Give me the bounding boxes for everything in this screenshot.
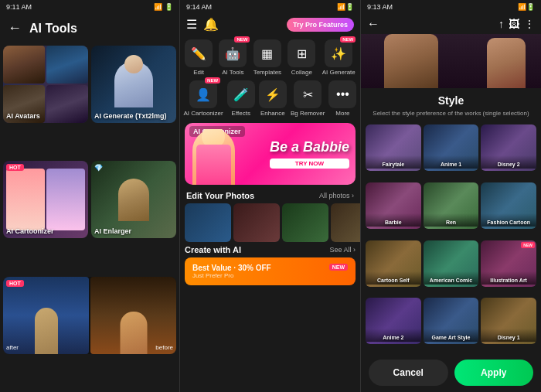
style-label: Cartoon Self <box>366 271 421 285</box>
cartoonizer-icon: 👤 NEW <box>189 80 217 108</box>
photo-thumb[interactable] <box>282 203 328 242</box>
toolbar-cartoonizer[interactable]: 👤 NEW AI Cartoonizer <box>184 80 223 117</box>
effects-icon: 🧪 <box>227 80 255 108</box>
toolbar-bg-remover[interactable]: ✂ Bg Remover <box>291 80 325 117</box>
panel-ai-tools: 9:11 AM 📶 🔋 ← AI Tools AI Avatars AI Gen… <box>0 0 180 392</box>
new-badge-banner: NEW <box>329 264 348 271</box>
style-label: Game Art Style <box>424 329 479 342</box>
panel3-topbar: ← ↑ 🖼 ⋮ <box>361 14 541 34</box>
style-item-fairytale[interactable]: Fairytale <box>366 124 421 171</box>
banner-text: Be a Babbie TRY NOW <box>270 139 349 169</box>
hot-badge: HOT <box>6 280 24 287</box>
style-item-cartoon-self[interactable]: Cartoon Self <box>366 240 421 287</box>
try-pro-button[interactable]: Try Pro Features <box>287 18 354 32</box>
banner-cta[interactable]: TRY NOW <box>270 159 349 169</box>
toolbar-ai-generate[interactable]: ✨ NEW AI Generate <box>322 39 356 76</box>
style-label: Fairytale <box>366 155 421 169</box>
style-grid: Fairytale Anime 1 Disney 2 Barbie Ren Fa… <box>361 124 541 353</box>
toolbar-edit-label: Edit <box>193 69 204 76</box>
panel1-header: ← AI Tools <box>0 14 179 43</box>
enhance-icon: ⚡ <box>259 80 287 108</box>
status-bar-2: 9:14 AM 📶🔋 <box>180 0 360 14</box>
style-label: Ren <box>424 213 479 227</box>
toolbar-effects-label: Effects <box>232 110 250 117</box>
hot-badge: HOT <box>6 164 24 171</box>
toolbar-more[interactable]: ••• More <box>328 80 356 117</box>
create-title: Create with AI <box>185 245 241 254</box>
bell-icon[interactable]: 🔔 <box>203 17 219 32</box>
style-item-disney1[interactable]: Disney 1 <box>481 298 536 344</box>
toolbar-ai-tools[interactable]: 🤖 NEW AI Tools <box>219 39 247 76</box>
back-arrow-3[interactable]: ← <box>367 17 379 31</box>
photos-title: Edit Your Photos <box>186 191 254 200</box>
new-badge: NEW <box>234 36 250 43</box>
toolbar-more-label: More <box>335 110 349 117</box>
menu-icon[interactable]: ☰ <box>186 17 197 32</box>
list-item[interactable]: HOT AI Cartoonizer <box>3 161 88 238</box>
toolbar-ai-gen-label: AI Generate <box>322 69 356 76</box>
status-bar-1: 9:11 AM 📶 🔋 <box>0 0 179 14</box>
style-subtitle: Select the style preference of the works… <box>369 110 533 117</box>
style-label: Fashion Cartoon <box>481 213 536 227</box>
time-3: 9:13 AM <box>367 3 393 11</box>
list-item[interactable]: 💎 AI Enlarger <box>91 161 176 238</box>
templates-icon: ▦ <box>253 39 281 67</box>
toolbar-cartoon-label: AI Cartoonizer <box>184 110 223 117</box>
toolbar-collage[interactable]: ⊞ Collage <box>288 39 315 76</box>
style-item-ren[interactable]: Ren <box>424 182 479 229</box>
style-item-barbie[interactable]: Barbie <box>366 182 421 229</box>
create-banner-sub: Just Prefer Pro <box>192 272 271 279</box>
photos-row <box>180 202 360 244</box>
style-item-american-comic[interactable]: American Comic <box>424 240 479 287</box>
grid-item-label: AI Generate (Txt2lmg) <box>94 112 167 120</box>
back-arrow-1[interactable]: ← <box>8 20 22 36</box>
list-item[interactable]: after before HOT <box>3 277 176 354</box>
style-item-anime2[interactable]: Anime 2 <box>366 298 421 344</box>
list-item[interactable]: AI Avatars <box>3 46 88 123</box>
toolbar-templates[interactable]: ▦ Templates <box>253 39 281 76</box>
style-item-fashion-cartoon[interactable]: Fashion Cartoon <box>481 182 536 229</box>
more-icon-p3[interactable]: ⋮ <box>524 18 535 30</box>
create-banner-info: Best Value · 30% OFF Just Prefer Pro <box>192 264 271 279</box>
all-photos-link[interactable]: All photos › <box>319 192 354 199</box>
panel1-title: AI Tools <box>29 22 77 36</box>
diamond-badge: 💎 <box>94 164 103 172</box>
new-badge-3: NEW <box>205 77 220 84</box>
toolbar-row-2: 👤 NEW AI Cartoonizer 🧪 Effects ⚡ Enhance… <box>180 77 360 120</box>
status-icons-3: 📶🔋 <box>518 3 535 11</box>
style-title: Style <box>369 94 533 107</box>
style-item-illustration[interactable]: NEW Illustration Art <box>481 240 536 287</box>
style-label: Disney 2 <box>481 155 536 169</box>
ai-cartoonizer-banner[interactable]: AI Cartoonizer Be a Babbie TRY NOW <box>185 123 356 185</box>
photo-thumb[interactable] <box>331 203 360 242</box>
photo-thumb[interactable] <box>233 203 280 242</box>
apply-button[interactable]: Apply <box>454 360 534 386</box>
ai-generate-icon: ✨ NEW <box>325 39 352 67</box>
see-all-link[interactable]: See All › <box>329 246 356 254</box>
grid-item-label: AI Avatars <box>6 112 40 120</box>
new-badge-style: NEW <box>521 242 535 248</box>
style-label: American Comic <box>424 271 479 285</box>
cancel-button[interactable]: Cancel <box>369 360 448 386</box>
style-item-anime1[interactable]: Anime 1 <box>424 124 479 171</box>
portrait-background <box>361 34 541 88</box>
style-item-game-art[interactable]: Game Art Style <box>424 298 479 344</box>
style-item-disney2[interactable]: Disney 2 <box>481 124 536 171</box>
toolbar-bg-label: Bg Remover <box>291 110 325 117</box>
toolbar-enhance-label: Enhance <box>260 110 285 117</box>
ai-tools-icon: 🤖 NEW <box>219 39 247 67</box>
new-badge-2: NEW <box>340 36 356 43</box>
toolbar-edit[interactable]: ✏️ Edit <box>185 39 213 76</box>
style-label: Illustration Art <box>481 271 536 285</box>
create-banner[interactable]: Best Value · 30% OFF Just Prefer Pro NEW <box>185 257 356 285</box>
toolbar-enhance[interactable]: ⚡ Enhance <box>259 80 287 117</box>
photo-thumb[interactable] <box>185 203 231 242</box>
edit-icon: ✏️ <box>185 39 213 67</box>
style-label: Barbie <box>366 213 421 227</box>
create-section: Create with AI See All › Best Value · 30… <box>180 244 360 287</box>
gallery-icon[interactable]: 🖼 <box>509 18 519 30</box>
topbar-nav-icons: ☰ 🔔 <box>186 17 219 32</box>
toolbar-effects[interactable]: 🧪 Effects <box>227 80 255 117</box>
share-icon[interactable]: ↑ <box>498 18 504 30</box>
list-item[interactable]: AI Generate (Txt2lmg) <box>91 46 176 123</box>
